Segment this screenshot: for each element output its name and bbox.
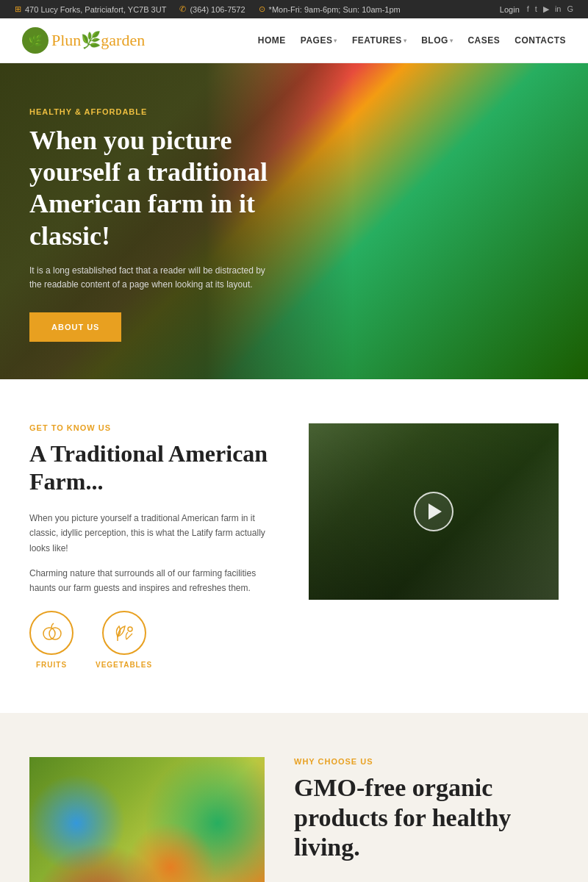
icons-row: FRUITS VEGETABLES xyxy=(29,611,279,669)
hero-section: Healthy & Affordable When you picture yo… xyxy=(0,63,588,379)
logo[interactable]: 🌿 Plun🌿garden xyxy=(22,27,145,54)
nav-features-label: FEATURES xyxy=(352,35,402,46)
know-label: Get to Know Us xyxy=(29,423,279,432)
blog-arrow-icon: ▾ xyxy=(450,37,453,44)
nav-cases[interactable]: CASES xyxy=(467,35,500,46)
clock-icon: ⊙ xyxy=(259,4,265,14)
know-section: Get to Know Us A Traditional American Fa… xyxy=(0,379,588,713)
phone-text: (364) 106-7572 xyxy=(190,5,245,14)
main-nav: HOME PAGES ▾ FEATURES ▾ BLOG ▾ CASES CON… xyxy=(258,35,566,46)
know-body2: Charming nature that surrounds all of ou… xyxy=(29,566,279,596)
know-left: Get to Know Us A Traditional American Fa… xyxy=(29,423,279,669)
why-image-bg xyxy=(29,757,265,882)
vegetables-item: VEGETABLES xyxy=(96,611,152,669)
fruits-label: FRUITS xyxy=(29,661,74,669)
why-image xyxy=(29,757,265,882)
play-icon xyxy=(429,503,442,520)
nav-pages-label: PAGES xyxy=(301,35,333,46)
logo-text: Plun🌿garden xyxy=(51,31,145,50)
address-text: 470 Lucy Forks, Patriciafort, YC7B 3UT xyxy=(25,5,166,14)
video-thumbnail[interactable] xyxy=(309,423,559,600)
linkedin-icon[interactable]: in xyxy=(555,4,562,14)
hours-item: ⊙ *Mon-Fri: 9am-6pm; Sun: 10am-1pm xyxy=(259,4,401,14)
svg-point-3 xyxy=(128,627,132,631)
hero-description: It is a long established fact that a rea… xyxy=(29,264,279,292)
nav-features[interactable]: FEATURES ▾ xyxy=(352,35,406,46)
top-bar-right: Login f t ▶ in G xyxy=(500,4,573,14)
know-right xyxy=(309,423,559,600)
logo-second: garden xyxy=(101,31,145,49)
site-header: 🌿 Plun🌿garden HOME PAGES ▾ FEATURES ▾ BL… xyxy=(0,18,588,63)
know-body1: When you picture yourself a traditional … xyxy=(29,511,279,556)
address-item: ⊞ 470 Lucy Forks, Patriciafort, YC7B 3UT xyxy=(15,4,166,14)
phone-icon: ✆ xyxy=(179,4,186,14)
nav-pages[interactable]: PAGES ▾ xyxy=(301,35,337,46)
top-bar: ⊞ 470 Lucy Forks, Patriciafort, YC7B 3UT… xyxy=(0,0,588,18)
hero-subtitle: Healthy & Affordable xyxy=(29,107,279,116)
social-icons: f t ▶ in G xyxy=(527,4,573,14)
google-icon[interactable]: G xyxy=(567,4,573,14)
vegetables-label: VEGETABLES xyxy=(96,661,152,669)
why-label: Why Choose Us xyxy=(294,757,559,766)
login-link[interactable]: Login xyxy=(500,5,520,14)
twitter-icon[interactable]: t xyxy=(535,4,537,14)
hero-title: When you picture yourself a traditional … xyxy=(29,125,279,252)
map-icon: ⊞ xyxy=(15,4,21,14)
hours-text: *Mon-Fri: 9am-6pm; Sun: 10am-1pm xyxy=(269,5,401,14)
fruits-item: FRUITS xyxy=(29,611,74,669)
facebook-icon[interactable]: f xyxy=(527,4,529,14)
logo-accent: 🌿 xyxy=(81,31,101,49)
play-button[interactable] xyxy=(414,492,453,531)
nav-home[interactable]: HOME xyxy=(258,35,286,46)
why-right: Why Choose Us GMO-free organic products … xyxy=(294,757,559,882)
youtube-icon[interactable]: ▶ xyxy=(543,4,549,14)
logo-icon: 🌿 xyxy=(22,27,49,54)
fruits-icon xyxy=(29,611,74,655)
features-arrow-icon: ▾ xyxy=(404,37,407,44)
know-title: A Traditional American Farm... xyxy=(29,440,279,496)
vegetables-icon xyxy=(102,611,146,655)
about-us-button[interactable]: ABOUT US xyxy=(29,312,121,342)
hero-content: Healthy & Affordable When you picture yo… xyxy=(0,63,309,379)
why-title: GMO-free organic products for healthy li… xyxy=(294,773,559,863)
logo-first: Plun xyxy=(51,31,81,49)
top-bar-left: ⊞ 470 Lucy Forks, Patriciafort, YC7B 3UT… xyxy=(15,4,401,14)
nav-contacts[interactable]: CONTACTS xyxy=(514,35,566,46)
pages-arrow-icon: ▾ xyxy=(334,37,337,44)
nav-blog[interactable]: BLOG ▾ xyxy=(421,35,453,46)
phone-item: ✆ (364) 106-7572 xyxy=(179,4,245,14)
why-section: Why Choose Us GMO-free organic products … xyxy=(0,713,588,882)
nav-blog-label: BLOG xyxy=(421,35,448,46)
